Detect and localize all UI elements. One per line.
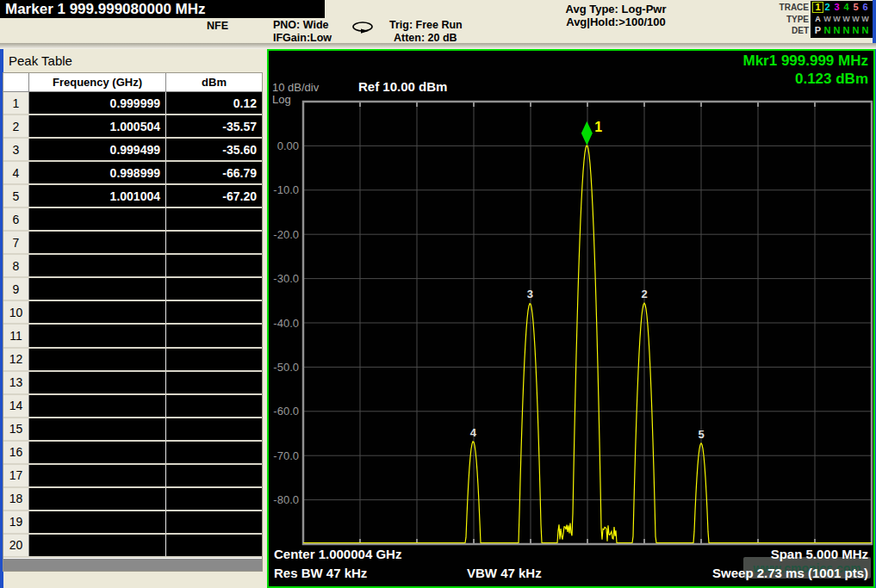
row-frequency [29,208,166,230]
trace-4-type-indicator: W [842,15,851,24]
row-frequency: 0.999999 [29,92,166,114]
row-dbm [166,208,262,230]
trace-4-num-indicator: 4 [842,3,851,12]
row-dbm [166,325,262,346]
trace-5-type-indicator: W [851,15,860,24]
table-row[interactable]: 8 [3,255,262,278]
trig-label: Trig: Free Run [389,19,463,32]
row-frequency [29,301,166,323]
row-index: 12 [3,349,29,370]
trace-row-label: TRACE [780,2,809,14]
average-block[interactable]: Avg Type: Log-Pwr Avg|Hold:>100/100 [538,3,693,28]
table-row[interactable]: 18 [3,488,262,511]
row-index: 19 [3,511,29,533]
row-index: 2 [3,115,29,137]
y-axis-tick-label: -20.0 [273,228,299,241]
peak-label: 5 [698,428,704,441]
table-row[interactable]: 10 [3,301,262,325]
table-row[interactable]: 11 [3,325,262,348]
vbw-label[interactable]: VBW 47 kHz [467,566,542,580]
marker-title-bar[interactable]: Marker 1 999.999080000 MHz [0,0,325,18]
table-row[interactable]: 7 [3,232,262,255]
scale-block[interactable]: 10 dB/div Log [272,82,319,106]
marker-readout[interactable]: Mkr1 999.999 MHz 0.123 dBm [742,52,868,88]
peak-label: 4 [470,426,477,439]
trace-4-det-indicator: N [842,26,851,35]
row-index: 17 [3,465,29,486]
peak-table-footer-bar [3,558,262,571]
row-frequency [29,255,166,276]
row-index: 11 [3,325,29,346]
table-row[interactable]: 6 [3,208,262,232]
continuous-sweep-loop-icon[interactable] [351,21,376,38]
col-header-index [3,73,29,91]
table-row[interactable]: 13 [3,372,262,395]
scale-type-label: Log [272,94,319,106]
row-index: 5 [3,185,29,207]
row-dbm: -35.60 [166,139,262,160]
trace-6-num-indicator: 6 [860,3,870,12]
trace-2-num-indicator: 2 [823,3,832,12]
y-axis-tick-label: -50.0 [273,361,299,374]
row-dbm [166,535,262,556]
trigger-block[interactable]: Trig: Free Run Atten: 20 dB [389,19,463,44]
trace-3-num-indicator: 3 [832,3,842,12]
row-frequency [29,325,166,346]
avg-hold-label: Avg|Hold:>100/100 [538,16,693,29]
row-dbm [166,442,262,463]
row-frequency: 1.000504 [29,115,166,137]
sweep-label[interactable]: Sweep 2.73 ms (1001 pts) [712,566,868,580]
table-row[interactable]: 30.999499-35.60 [3,139,262,162]
table-row[interactable]: 19 [3,511,262,535]
table-row[interactable]: 20 [3,535,262,558]
atten-label: Atten: 20 dB [389,32,463,45]
res-bw-label[interactable]: Res BW 47 kHz [274,566,367,580]
row-dbm: -35.57 [166,115,262,137]
y-axis-tick-label: -70.0 [273,449,299,462]
table-row[interactable]: 12 [3,349,262,372]
row-index: 6 [3,208,29,230]
det-row-label: DET [780,25,809,37]
table-row[interactable]: 14 [3,395,262,418]
trace-3-type-indicator: W [832,15,842,24]
ref-level-label[interactable]: Ref 10.00 dBm [358,79,447,94]
peak-table-header: Frequency (GHz) dBm [3,73,262,92]
row-dbm: -66.79 [166,162,262,183]
row-index: 16 [3,442,29,463]
peak-table: Frequency (GHz) dBm 10.9999990.1221.0005… [3,72,263,572]
trace-6-det-indicator: N [860,26,870,35]
row-frequency [29,418,166,440]
row-index: 20 [3,535,29,556]
pno-block[interactable]: PNO: Wide IFGain:Low [273,19,332,44]
col-header-dbm: dBm [166,73,262,91]
table-row[interactable]: 51.001004-67.20 [3,185,262,208]
row-dbm [166,278,262,300]
table-row[interactable]: 40.998999-66.79 [3,162,262,185]
scale-per-div-label: 10 dB/div [272,82,319,94]
trace-legend[interactable]: 123456 AWWWWW PNNNNN [811,1,873,38]
span-label[interactable]: Span 5.000 MHz [771,547,868,561]
center-freq-label[interactable]: Center 1.000004 GHz [274,547,401,561]
row-frequency [29,395,166,417]
y-axis-tick-label: -30.0 [273,272,299,285]
nfe-label[interactable]: NFE [207,20,228,33]
avg-type-label: Avg Type: Log-Pwr [538,3,693,16]
col-header-frequency: Frequency (GHz) [29,73,166,91]
trace-1-num-indicator: 1 [813,3,823,12]
row-frequency [29,232,166,253]
trace-dets-row: PNNNNN [813,25,873,37]
table-row[interactable]: 9 [3,278,262,301]
trace-3-det-indicator: N [832,26,842,35]
table-row[interactable]: 16 [3,442,262,465]
table-row[interactable]: 17 [3,465,262,488]
row-dbm [166,301,262,323]
table-row[interactable]: 10.9999990.12 [3,92,262,115]
marker-diamond[interactable] [581,121,593,145]
row-dbm: 0.12 [166,92,262,114]
row-index: 9 [3,278,29,300]
row-dbm [166,232,262,253]
row-dbm: -67.20 [166,185,262,207]
row-index: 14 [3,395,29,417]
table-row[interactable]: 21.000504-35.57 [3,115,262,139]
table-row[interactable]: 15 [3,418,262,442]
